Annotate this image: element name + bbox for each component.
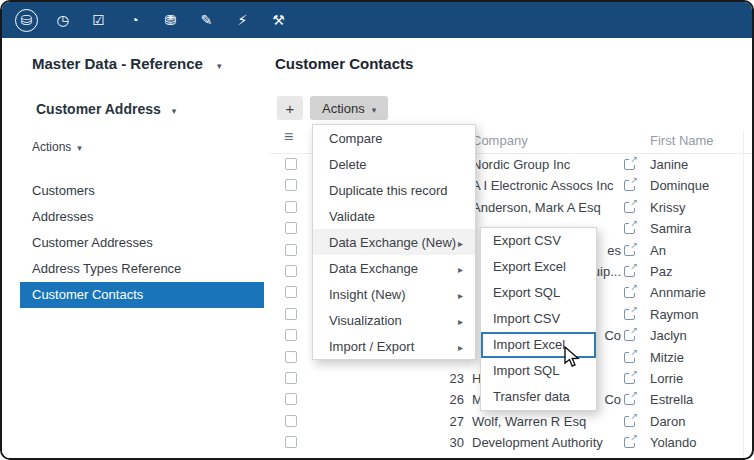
menu-item-visualization[interactable]: Visualization bbox=[313, 307, 475, 333]
row-first-name-cell: Janine bbox=[650, 157, 688, 172]
external-link-icon[interactable] bbox=[624, 223, 635, 234]
submenu-item-export-csv[interactable]: Export CSV bbox=[481, 228, 596, 254]
plug-icon[interactable]: ⚡ bbox=[231, 9, 254, 32]
column-header-first-name[interactable]: First Name bbox=[650, 133, 714, 148]
menu-item-delete[interactable]: Delete bbox=[313, 151, 475, 177]
menu-item-import-export[interactable]: Import / Export bbox=[313, 333, 475, 359]
sidebar-actions-dropdown[interactable]: Actions bbox=[32, 140, 82, 154]
add-record-button[interactable]: + bbox=[277, 96, 303, 120]
row-first-name-cell: Dominque bbox=[650, 178, 709, 193]
company-tail-text: es bbox=[607, 243, 621, 258]
entity-selector[interactable]: Customer Address bbox=[36, 101, 176, 117]
row-id-cell: 23 bbox=[384, 371, 464, 386]
external-link-icon[interactable] bbox=[624, 180, 635, 191]
row-checkbox[interactable] bbox=[285, 415, 297, 427]
row-first-name-cell: Samira bbox=[650, 221, 691, 236]
external-link-icon[interactable] bbox=[624, 352, 635, 363]
sidebar-item-customer-addresses[interactable]: Customer Addresses bbox=[2, 230, 264, 256]
row-checkbox[interactable] bbox=[285, 351, 297, 363]
company-text: A I Electronic Assocs Inc bbox=[472, 178, 614, 193]
column-header-company[interactable]: Company bbox=[472, 133, 528, 148]
submenu-arrow-icon bbox=[458, 261, 463, 276]
sidebar: Master Data - Reference Customer Address… bbox=[2, 38, 264, 458]
sidebar-actions-label: Actions bbox=[32, 140, 71, 154]
table-actions-label: Actions bbox=[322, 101, 365, 116]
row-first-name-cell: Lorrie bbox=[650, 371, 683, 386]
external-link-icon[interactable] bbox=[624, 287, 635, 298]
row-checkbox[interactable] bbox=[285, 329, 297, 341]
pointer-cursor-icon bbox=[564, 346, 582, 368]
submenu-item-import-csv[interactable]: Import CSV bbox=[481, 306, 596, 332]
table-row[interactable]: 30Development AuthorityYolando bbox=[264, 432, 752, 453]
row-checkbox[interactable] bbox=[285, 265, 297, 277]
external-link-icon[interactable] bbox=[624, 159, 635, 170]
page-title: Customer Contacts bbox=[275, 55, 413, 72]
row-first-name-cell: Raymon bbox=[650, 307, 698, 322]
row-checkbox[interactable] bbox=[285, 286, 297, 298]
external-link-icon[interactable] bbox=[624, 394, 635, 405]
external-link-icon[interactable] bbox=[624, 266, 635, 277]
menu-item-insight-new[interactable]: Insight (New) bbox=[313, 281, 475, 307]
wrench-icon[interactable]: ⚒ bbox=[267, 9, 290, 32]
domain-selector[interactable]: Master Data - Reference bbox=[32, 55, 221, 72]
row-company-cell: A I Electronic Assocs Inc bbox=[472, 178, 621, 193]
external-link-icon[interactable] bbox=[624, 416, 635, 427]
submenu-arrow-icon bbox=[458, 235, 463, 250]
company-tail-text: uip... bbox=[593, 264, 621, 279]
row-checkbox[interactable] bbox=[285, 201, 297, 213]
row-first-name-cell: Yolando bbox=[650, 435, 697, 450]
company-tail-text: Co bbox=[604, 328, 621, 343]
external-link-icon[interactable] bbox=[624, 330, 635, 341]
row-checkbox[interactable] bbox=[285, 372, 297, 384]
menu-item-data-exchange[interactable]: Data Exchange bbox=[313, 255, 475, 281]
company-text: Development Authority bbox=[472, 435, 603, 450]
menu-item-label: Compare bbox=[329, 131, 382, 146]
edit-record-icon[interactable]: ✎ bbox=[195, 9, 218, 32]
external-link-icon[interactable] bbox=[624, 309, 635, 320]
row-checkbox[interactable] bbox=[285, 244, 297, 256]
row-first-name-cell: An bbox=[650, 243, 666, 258]
row-first-name-cell: Estrella bbox=[650, 392, 693, 407]
row-checkbox[interactable] bbox=[285, 393, 297, 405]
external-link-icon[interactable] bbox=[624, 437, 635, 448]
external-link-icon[interactable] bbox=[624, 202, 635, 213]
database-icon[interactable]: ⛁ bbox=[15, 9, 38, 32]
chevron-down-icon bbox=[77, 140, 82, 154]
menu-item-label: Insight (New) bbox=[329, 287, 406, 302]
submenu-arrow-icon bbox=[458, 287, 463, 302]
row-checkbox[interactable] bbox=[285, 436, 297, 448]
table-actions-button[interactable]: Actions bbox=[310, 96, 388, 120]
table-menu-icon[interactable] bbox=[284, 128, 293, 146]
database-manage-icon[interactable]: ⛃ bbox=[159, 9, 182, 32]
clock-icon[interactable]: ◷ bbox=[51, 9, 74, 32]
tasks-check-icon[interactable]: ☑ bbox=[87, 9, 110, 32]
table-row[interactable]: 27Wolf, Warren R EsqDaron bbox=[264, 411, 752, 432]
row-checkbox[interactable] bbox=[285, 222, 297, 234]
chevron-down-icon bbox=[172, 101, 177, 117]
row-first-name-cell: Annmarie bbox=[650, 285, 706, 300]
external-link-icon[interactable] bbox=[624, 373, 635, 384]
sidebar-item-addresses[interactable]: Addresses bbox=[2, 204, 264, 230]
row-checkbox[interactable] bbox=[285, 179, 297, 191]
sidebar-item-address-types-reference[interactable]: Address Types Reference bbox=[2, 256, 264, 282]
menu-item-label: Data Exchange (New) bbox=[329, 235, 456, 250]
entity-title: Customer Address bbox=[36, 101, 161, 117]
plus-icon: + bbox=[286, 100, 295, 117]
row-first-name-cell: Krissy bbox=[650, 200, 685, 215]
external-link-icon[interactable] bbox=[624, 245, 635, 256]
row-checkbox[interactable] bbox=[285, 308, 297, 320]
row-first-name-cell: Paz bbox=[650, 264, 672, 279]
submenu-item-export-sql[interactable]: Export SQL bbox=[481, 280, 596, 306]
menu-item-duplicate-this-record[interactable]: Duplicate this record bbox=[313, 177, 475, 203]
menu-item-data-exchange-new[interactable]: Data Exchange (New) bbox=[313, 229, 475, 255]
row-checkbox[interactable] bbox=[285, 158, 297, 170]
submenu-item-transfer-data[interactable]: Transfer data bbox=[481, 384, 596, 410]
sidebar-item-customers[interactable]: Customers bbox=[2, 178, 264, 204]
submenu-item-export-excel[interactable]: Export Excel bbox=[481, 254, 596, 280]
sidebar-item-customer-contacts[interactable]: Customer Contacts bbox=[20, 282, 264, 308]
submenu-arrow-icon bbox=[458, 339, 463, 354]
menu-item-validate[interactable]: Validate bbox=[313, 203, 475, 229]
row-first-name-cell: Daron bbox=[650, 414, 685, 429]
menu-item-compare[interactable]: Compare bbox=[313, 125, 475, 151]
dashboard-gauge-icon[interactable]: ◔ bbox=[123, 9, 146, 32]
